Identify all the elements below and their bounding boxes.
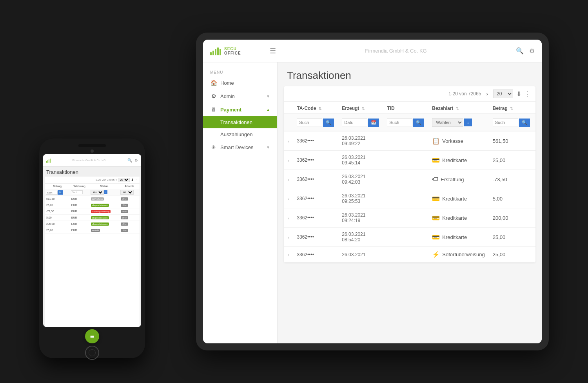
phone-filter-betrag[interactable] xyxy=(46,191,58,195)
filter-bezahlart-select[interactable]: Wählen xyxy=(432,118,463,127)
filter-datum-btn[interactable]: 📅 xyxy=(368,119,379,127)
expand-arrow[interactable]: › xyxy=(288,216,289,221)
filter-betrag-input[interactable] xyxy=(493,119,518,126)
phone-search-icon[interactable]: 🔍 xyxy=(127,158,132,162)
phone-table-row[interactable]: 25,00EURabgeschlossenoffen xyxy=(45,202,140,208)
row-wahrung: EUR xyxy=(534,131,535,151)
row-expand[interactable]: › xyxy=(284,151,293,170)
phone-fab-btn[interactable]: ≡ xyxy=(85,329,99,343)
phone-table-row[interactable]: 25,00EURerstelltoffen xyxy=(45,227,140,233)
page-size-select[interactable]: 20 50 100 xyxy=(493,89,513,98)
phone-home-btn-inner xyxy=(89,349,96,356)
table-row[interactable]: ›3362••••26.03.2021 09:24:19💳Kreditkarte… xyxy=(284,208,535,228)
phone-row-status: Zahlungsstörung xyxy=(89,208,119,215)
filter-ta-code-btn[interactable]: 🔍 xyxy=(323,119,334,127)
filter-betrag-btn[interactable]: 🔍 xyxy=(519,119,530,127)
sidebar-item-admin[interactable]: ⚙ Admin ▼ xyxy=(203,89,277,103)
row-expand[interactable]: › xyxy=(284,247,293,263)
phone-filter-wahrung[interactable] xyxy=(71,190,83,194)
expand-arrow[interactable]: › xyxy=(288,235,289,240)
expand-arrow[interactable]: › xyxy=(288,253,289,257)
phone-row-wahrung: EUR xyxy=(70,221,89,227)
table-row[interactable]: ›3362••••26.03.2021 09:42:03🏷Erstattung-… xyxy=(284,170,535,189)
th-ta-code[interactable]: TA-Code ⇅ xyxy=(293,102,338,114)
logo-text: SECUOFFICE xyxy=(224,47,241,55)
filter-wahrung: 🔍 xyxy=(534,114,535,131)
expand-arrow[interactable]: › xyxy=(288,197,289,201)
more-options-btn[interactable]: ⋮ xyxy=(524,90,531,98)
phone-status-badge: erstellt xyxy=(91,229,100,232)
th-betrag[interactable]: Betrag ⇅ xyxy=(489,102,534,114)
phone-table-row[interactable]: -73,50EURZahlungsstörungoffen xyxy=(45,208,140,215)
row-bezahlart: 💳Kreditkarte xyxy=(428,228,488,247)
filter-ta-code-input[interactable] xyxy=(297,119,322,126)
sidebar-item-home[interactable]: 🏠 Home xyxy=(203,76,277,89)
payment-icon: 🖥 xyxy=(210,106,217,113)
phone-more-btn[interactable]: ⋮ xyxy=(135,178,138,182)
data-table: TA-Code ⇅ Erzeugt ⇅ TID Bezahlart ⇅ Betr… xyxy=(284,102,535,263)
sidebar-sub-auszahlungen[interactable]: Auszahlungen xyxy=(203,128,277,140)
payment-method-icon: 💳 xyxy=(432,195,440,202)
filter-datum-input[interactable] xyxy=(342,119,367,126)
phone-filter-status[interactable]: Wähl xyxy=(91,190,104,195)
row-tid xyxy=(383,208,428,228)
sidebar-sub-transaktionen[interactable]: Transaktionen xyxy=(203,116,277,128)
phone-page-size[interactable]: 20 xyxy=(118,178,130,182)
table-row[interactable]: ›3362••••26.03.2021 09:25:53💳Kreditkarte… xyxy=(284,189,535,208)
phone-row-wahrung: EUR xyxy=(70,215,89,221)
th-erzeugt[interactable]: Erzeugt ⇅ xyxy=(338,102,383,114)
row-expand[interactable]: › xyxy=(284,208,293,228)
phone-next-btn[interactable]: › xyxy=(116,178,117,182)
phone-row-status: abgeschlossen xyxy=(89,221,119,227)
filter-bezahlart-btn[interactable]: ↓ xyxy=(464,119,472,126)
phone-table-row[interactable]: 5,00EURabgeschlossenoffen xyxy=(45,215,140,221)
phone-filter-abrech[interactable]: Wähl xyxy=(120,190,134,195)
row-bezahlart: 🏷Erstattung xyxy=(428,170,488,189)
phone-download-btn[interactable]: ⬇ xyxy=(131,178,134,182)
table-row[interactable]: ›3362••••26.03.2021 09:45:14💳Kreditkarte… xyxy=(284,151,535,170)
settings-icon[interactable]: ⚙ xyxy=(529,47,535,55)
th-bezahlart[interactable]: Bezahlart ⇅ xyxy=(428,102,488,114)
row-betrag: 561,50 xyxy=(489,131,534,151)
search-icon[interactable]: 🔍 xyxy=(516,47,524,55)
phone-home-btn[interactable] xyxy=(85,346,99,360)
row-expand[interactable]: › xyxy=(284,131,293,151)
row-expand[interactable]: › xyxy=(284,228,293,247)
sidebar-item-smart-devices[interactable]: ✳ Smart Devices ▼ xyxy=(203,140,277,154)
table-row[interactable]: ›3362••••26.03.2021 08:54:20💳Kreditkarte… xyxy=(284,228,535,247)
download-btn[interactable]: ⬇ xyxy=(516,90,521,98)
phone-filter-betrag-btn[interactable]: 🔍 xyxy=(58,190,63,195)
phone-logo-bar-1 xyxy=(46,161,47,163)
phone-row-betrag: 200,00 xyxy=(45,221,70,227)
phone-row-abrech: offen xyxy=(119,196,140,202)
table-row[interactable]: ›3362••••26.03.2021⚡Sofortüberweisung25,… xyxy=(284,247,535,263)
hamburger-icon[interactable]: ☰ xyxy=(270,47,276,55)
pagination-next-btn[interactable]: › xyxy=(484,90,490,98)
logo-line1: SECU xyxy=(224,47,237,51)
phone-pagination-info: 1-20 von 72065 xyxy=(96,179,115,181)
row-expand[interactable]: › xyxy=(284,189,293,208)
menu-label: MENU xyxy=(203,67,277,76)
payment-method-icon: ⚡ xyxy=(432,251,440,258)
phone-row-abrech: offen xyxy=(119,208,140,215)
phone-table-row[interactable]: 200,00EURabgeschlossenoffen xyxy=(45,221,140,227)
phone-settings-icon[interactable]: ⚙ xyxy=(134,158,138,162)
topbar-icons: 🔍 ⚙ xyxy=(516,47,535,55)
th-wahrung[interactable]: Währung ⇅ xyxy=(534,102,535,114)
expand-arrow[interactable]: › xyxy=(288,178,289,182)
sidebar-item-payment[interactable]: 🖥 Payment ▲ xyxy=(203,103,277,116)
table-row[interactable]: ›3362••••26.03.2021 09:49:22📋Vorkasse561… xyxy=(284,131,535,151)
admin-arrow-icon: ▼ xyxy=(266,94,270,98)
filter-tid-input[interactable] xyxy=(387,119,412,126)
phone-filter-status-btn[interactable]: ↓ xyxy=(104,190,107,194)
phone-row-betrag: 5,00 xyxy=(45,215,70,221)
phone-row-betrag: -73,50 xyxy=(45,208,70,215)
phone-abrech-badge: offen xyxy=(121,216,128,219)
phone-row-abrech: offen xyxy=(119,221,140,227)
row-expand[interactable]: › xyxy=(284,170,293,189)
phone-table-row[interactable]: 561,50EURin Prüfungoffen xyxy=(45,196,140,202)
row-wahrung: EUR xyxy=(534,151,535,170)
expand-arrow[interactable]: › xyxy=(288,159,289,163)
filter-tid-btn[interactable]: 🔍 xyxy=(413,119,424,127)
expand-arrow[interactable]: › xyxy=(288,139,289,144)
